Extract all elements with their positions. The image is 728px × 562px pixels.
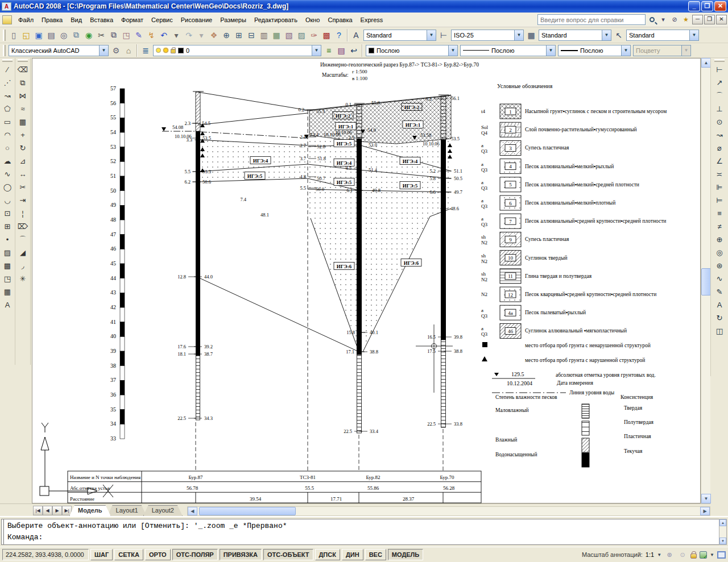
menu-item-редактировать[interactable]: Редактировать — [250, 15, 301, 25]
paste-icon[interactable]: ◳ — [120, 29, 133, 41]
dim-diameter-icon[interactable]: ⌀ — [712, 141, 727, 155]
dim-jogged-icon[interactable]: ↝ — [712, 128, 727, 141]
polyline-icon[interactable]: ↝ — [1, 89, 14, 102]
zoom-previous-icon[interactable]: ⊟ — [245, 29, 258, 41]
array-icon[interactable]: ▦ — [16, 115, 30, 128]
tool-palettes-icon[interactable]: ▧ — [283, 29, 295, 41]
toggle-модель[interactable]: МОДЕЛЬ — [388, 549, 423, 560]
offset-icon[interactable]: ≈ — [16, 102, 30, 115]
dim-arc-icon[interactable]: ⌒ — [712, 89, 727, 102]
point-icon[interactable]: • — [1, 233, 14, 246]
spline-icon[interactable]: ∿ — [1, 168, 14, 181]
horizontal-scroll-thumb[interactable] — [199, 507, 296, 515]
layer-lock-icon[interactable] — [171, 49, 176, 53]
mleader-style-combo[interactable]: Standard▼ — [626, 30, 699, 41]
tab-layout2[interactable]: Layout2 — [143, 505, 183, 516]
menu-item-правка[interactable]: Правка — [38, 15, 67, 25]
explode-icon[interactable]: ✳ — [16, 272, 30, 285]
dim-continue-icon[interactable]: ⊨ — [712, 194, 727, 207]
circle-icon[interactable]: ○ — [1, 141, 14, 155]
menu-item-окно[interactable]: Окно — [301, 15, 324, 25]
rectangle-icon[interactable]: ▭ — [1, 115, 14, 128]
chamfer-icon[interactable]: ◢ — [16, 246, 30, 259]
prev-tab-icon[interactable]: ◀ — [43, 506, 52, 515]
tray-settings-icon[interactable] — [700, 551, 707, 559]
workspace-combo[interactable]: Классический AutoCAD▼ — [9, 45, 109, 56]
plot-preview-icon[interactable]: ◎ — [57, 29, 70, 41]
toolbar-grip[interactable] — [3, 30, 6, 41]
break-icon[interactable]: ⌦ — [16, 220, 30, 233]
first-tab-icon[interactable]: |◀ — [33, 506, 43, 515]
dim-style-icon[interactable]: ⊢ — [437, 29, 450, 41]
dim-break-icon[interactable]: ≠ — [712, 220, 727, 233]
block-editor-icon[interactable]: ↯ — [145, 29, 158, 41]
my-workspace-icon[interactable]: ⌂ — [122, 44, 135, 57]
dim-inspect-icon[interactable]: ⊛ — [712, 259, 727, 272]
match-properties-icon[interactable]: ✎ — [133, 29, 145, 41]
text-style-combo[interactable]: Standard▼ — [363, 30, 436, 41]
stretch-icon[interactable]: ↔ — [16, 168, 30, 181]
dim-angular-icon[interactable]: ∠ — [712, 155, 727, 168]
dim-aligned-icon[interactable]: ↗ — [712, 76, 727, 89]
dim-space-icon[interactable]: ≡ — [712, 207, 727, 220]
trim-icon[interactable]: ✂ — [16, 181, 30, 194]
horizontal-scrollbar[interactable]: ◀ ▶ — [187, 506, 710, 516]
scroll-up-icon[interactable]: ▲ — [719, 519, 726, 526]
favorites-icon[interactable]: ★ — [681, 15, 691, 25]
menu-item-размеры[interactable]: Размеры — [216, 15, 250, 25]
region-icon[interactable]: ◳ — [1, 272, 14, 285]
menu-item-формат[interactable]: Формат — [117, 15, 147, 25]
arc-icon[interactable]: ◠ — [1, 128, 14, 141]
dim-style-combo[interactable]: ISO-25▼ — [451, 30, 524, 41]
redo-icon[interactable]: ↷ — [183, 29, 195, 41]
restore-button[interactable]: ❐ — [701, 1, 713, 11]
search-icon[interactable] — [647, 15, 657, 25]
lineweight-combo[interactable]: Послою ▼ — [558, 45, 631, 56]
publish-icon[interactable]: ⧉ — [70, 29, 82, 41]
command-grip[interactable] — [2, 519, 4, 544]
table-icon[interactable]: ▦ — [1, 285, 14, 298]
clean-screen-icon[interactable] — [717, 551, 726, 559]
copy-object-icon[interactable]: ⧉ — [16, 76, 30, 89]
undo-icon[interactable]: ↶ — [158, 29, 170, 41]
scroll-left-icon[interactable]: ◀ — [188, 507, 197, 515]
toggle-сетка[interactable]: СЕТКА — [114, 549, 143, 560]
layer-combo[interactable]: 0 ▼ — [153, 45, 321, 56]
properties-icon[interactable]: ▥ — [258, 29, 270, 41]
annotation-scale-dropdown-icon[interactable]: ▼ — [657, 552, 661, 557]
workspace-settings-icon[interactable]: ⚙ — [110, 44, 122, 57]
toolbar-lock-icon[interactable] — [690, 553, 697, 559]
mdi-close-button[interactable]: ✕ — [716, 15, 727, 24]
undo-dropdown-icon[interactable]: ▾ — [170, 29, 183, 41]
dim-linear-icon[interactable]: ⊢ — [712, 63, 727, 76]
toggle-дин[interactable]: ДИН — [342, 549, 363, 560]
toggle-орто[interactable]: ОРТО — [145, 549, 171, 560]
scroll-up-icon[interactable]: ▲ — [701, 58, 711, 68]
line-icon[interactable]: ∕ — [1, 63, 14, 76]
polygon-icon[interactable]: ⬠ — [1, 102, 14, 115]
last-tab-icon[interactable]: ▶| — [62, 506, 72, 515]
mirror-icon[interactable]: ⋈ — [16, 89, 30, 102]
communication-center-icon[interactable]: ⊘ — [669, 15, 680, 25]
scroll-down-icon[interactable]: ▼ — [719, 538, 726, 544]
redo-dropdown-icon[interactable]: ▾ — [195, 29, 208, 41]
open-file-icon[interactable]: ◱ — [20, 29, 32, 41]
quickcalc-icon[interactable]: ▩ — [320, 29, 333, 41]
move-icon[interactable]: + — [16, 128, 30, 141]
vertical-scrollbar[interactable]: ▲ ▼ — [701, 58, 710, 503]
command-scrollbar[interactable]: ▲ ▼ — [719, 519, 727, 545]
dim-update-icon[interactable]: ↻ — [712, 311, 727, 324]
toggle-привязка[interactable]: ПРИВЯЗКА — [220, 549, 262, 560]
plot-icon[interactable]: ▤ — [45, 29, 57, 41]
cut-icon[interactable]: ✂ — [95, 29, 107, 41]
join-icon[interactable]: ⌒ — [16, 233, 30, 246]
annotation-autoscale-icon[interactable]: ⊙ — [677, 549, 688, 560]
tab-модель[interactable]: Модель — [69, 505, 111, 516]
mtext-icon[interactable]: A — [1, 298, 14, 311]
close-button[interactable]: ✕ — [714, 1, 726, 11]
table-style-icon[interactable]: ▦ — [525, 29, 537, 41]
erase-icon[interactable]: ⌫ — [16, 63, 30, 76]
scale-icon[interactable]: ⊿ — [16, 155, 30, 168]
annotation-visibility-icon[interactable]: ⊛ — [664, 549, 675, 560]
dim-jogline-icon[interactable]: ∿ — [712, 272, 727, 285]
